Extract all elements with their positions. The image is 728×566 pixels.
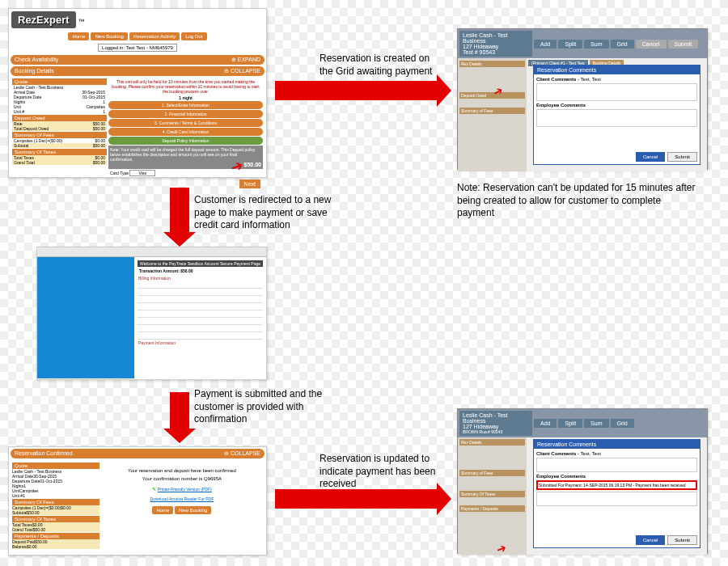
acrobat-link[interactable]: Download Acrobat Reader For PDF xyxy=(150,496,214,501)
booking-details-screenshot: RezExpert™ Home New Booking Reservation … xyxy=(8,8,267,178)
add-button[interactable]: Add xyxy=(534,40,557,49)
annotation-5: Reservation is updated to indicate payme… xyxy=(320,453,445,491)
step-4[interactable]: 4. Credit Card Information xyxy=(108,128,263,136)
arrow-c-to-d xyxy=(170,392,189,429)
browser-chrome xyxy=(37,247,266,257)
modal-header: Reservation Comments xyxy=(534,65,700,74)
modal-submit-button[interactable]: Submit xyxy=(667,152,697,162)
card-type-select[interactable]: Visa xyxy=(129,170,155,176)
sum-button[interactable]: Sum xyxy=(584,40,608,49)
client-comments-input[interactable] xyxy=(536,83,697,101)
nav-home[interactable]: Home xyxy=(68,32,89,40)
navbar: Home New Booking Reservation Activity Lo… xyxy=(11,32,265,40)
annotation-4: Payment is submitted and the customer is… xyxy=(194,388,348,426)
check-availability-bar[interactable]: Check Availability⊕ EXPAND xyxy=(11,55,265,65)
nav-new-booking[interactable]: New Booking xyxy=(91,32,127,40)
arrow-a-to-c xyxy=(170,188,189,232)
annotation-1: Reservation is created on the Grid await… xyxy=(320,53,441,78)
submit-button[interactable]: Submit xyxy=(668,40,699,49)
deposit-policy: Deposit Policy Information xyxy=(108,137,263,145)
split-button[interactable]: Split xyxy=(558,40,582,49)
nav-activity[interactable]: Reservation Activity xyxy=(129,32,180,40)
payment-side-panel xyxy=(37,257,134,378)
nav-logout[interactable]: Log Out xyxy=(181,32,206,40)
conf-new-booking-button[interactable]: New Booking xyxy=(175,506,211,514)
step-1[interactable]: 1. Select/Enter Information xyxy=(108,101,263,109)
booking-details-bar[interactable]: Booking Details⊖ COLLAPSE xyxy=(11,66,265,76)
confirmation-sidebar: Quote Leslie Cash - Test Business Arriva… xyxy=(12,462,99,549)
confirmation-screenshot: Reservation Confirmed⊖ COLLAPSE Quote Le… xyxy=(8,446,267,555)
annotation-2: Note: Reservation can't be updated for 1… xyxy=(457,182,700,220)
app-logo: RezExpert xyxy=(11,11,76,28)
payment-page-screenshot: Welcome to the PayTrace Sandbox Account … xyxy=(36,247,267,380)
reservation-comments-modal: Reservation Comments Client Comments - T… xyxy=(533,65,700,165)
confirmation-header: Reservation Confirmed⊖ COLLAPSE xyxy=(11,449,265,458)
step-3[interactable]: 3. Comments / Terms & Conditions xyxy=(108,119,263,127)
booking-summary-sidebar: Quote Leslie Cash - Test Business Arriva… xyxy=(12,78,107,191)
grid-button[interactable]: Grid xyxy=(611,40,634,49)
rez-details-sidebar: Rez Details Deposit Owed Summary of Fees xyxy=(458,58,527,171)
arrow-d-to-e xyxy=(275,489,437,509)
grid-reservation-screenshot: Leslie Cash - Test Business127 HideawayT… xyxy=(457,28,708,170)
modal-cancel-button[interactable]: Cancel xyxy=(636,152,666,162)
arrow-a-to-b xyxy=(275,81,437,100)
pdf-link[interactable]: Printer-Friendly Version (PDF) xyxy=(158,487,212,492)
annotation-3: Customer is redirected to a new page to … xyxy=(194,194,348,232)
conf-home-button[interactable]: Home xyxy=(152,506,173,514)
step-2[interactable]: 2. Financial Information xyxy=(108,110,263,118)
business-header: Leslie Cash - Test Business127 HideawayT… xyxy=(459,31,532,57)
logged-in-user: Logged in: Test Test - NM645979 xyxy=(98,44,177,52)
confirmation-message: Your reservation and deposit have been c… xyxy=(101,462,263,549)
next-button[interactable]: Next xyxy=(239,180,260,188)
payment-form: Welcome to the PayTrace Sandbox Account … xyxy=(134,257,266,378)
grid-updated-screenshot: Leslie Cash - Test Business127 HideawayB… xyxy=(457,408,708,554)
payment-received-highlight: Submitted For Payment: 14-SEP-2015 06:19… xyxy=(536,480,697,490)
cancel-button[interactable]: Cancel xyxy=(636,40,667,49)
employee-comments-input[interactable] xyxy=(536,109,697,127)
hold-notice: This unit will only be held for 10 minut… xyxy=(108,78,263,95)
